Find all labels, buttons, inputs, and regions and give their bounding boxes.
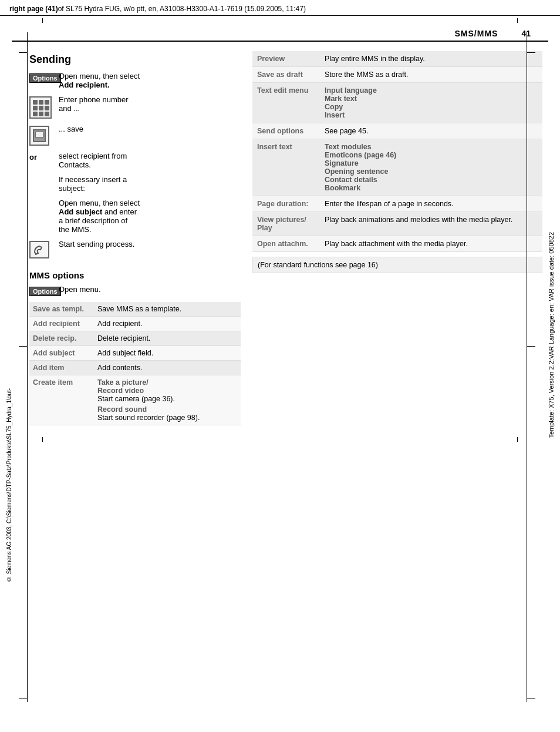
step5-row: If necessary insert asubject: (59, 175, 241, 193)
table-cell-label: Add recipient (29, 316, 94, 331)
table-cell-value: Save MMS as a template. (94, 302, 241, 317)
step1-row: Options Open menu, then select Add recip… (29, 72, 241, 89)
gc5 (39, 106, 43, 110)
main-content: Sending Options Open menu, then select A… (0, 42, 560, 435)
gc3 (45, 100, 49, 105)
dash-right-2: — (527, 341, 535, 350)
dash-left-3: — (19, 693, 27, 703)
gc6 (45, 106, 49, 110)
footer-note-text: (For standard functions see page 16) (258, 261, 378, 269)
top-mark-right (517, 18, 518, 23)
right-label: Send options (252, 123, 320, 139)
create-bold-1: Take a picture/Record video (97, 378, 149, 395)
table-row: View pictures/Play Play back animations … (252, 212, 542, 236)
copyright-text: © Siemens AG 2003, C:\Siemens\DTP-Satz\P… (6, 388, 12, 582)
mms-open-menu-text: Open menu. (59, 285, 241, 294)
text-edit-item-2: Mark text (325, 95, 538, 103)
create-bold-2: Record sound (97, 405, 147, 414)
step1-bold: Add recipient. (59, 80, 110, 89)
step3-icon (29, 125, 59, 146)
table-cell-label: Add item (29, 360, 94, 375)
left-column: Sending Options Open menu, then select A… (29, 51, 241, 425)
footer-note: (For standard functions see page 16) (252, 257, 542, 273)
mms-options-row: Options Open menu. (29, 285, 241, 296)
table-row: Page duration: Enter the lifespan of a p… (252, 196, 542, 212)
text-edit-item-3: Copy (325, 103, 538, 111)
right-table: Preview Play entire MMS in the display. … (252, 51, 542, 252)
step7-icon (29, 240, 59, 258)
step2-row: Enter phone numberand ... (29, 95, 241, 119)
dash-right-3: — (527, 693, 535, 703)
page-container: right page (41) of SL75 Hydra FUG, w/o p… (0, 0, 560, 732)
step4-desc: select recipient fromContacts. (59, 152, 127, 169)
step1-desc: Open menu, then select (59, 72, 140, 80)
right-value: Play back animations and melodies with t… (320, 212, 542, 236)
step2-icon (29, 95, 59, 119)
step7-row: Start sending process. (29, 240, 241, 258)
table-cell-value: Add recipient. (94, 316, 241, 331)
gc9 (45, 112, 49, 116)
right-value: Text modules Emoticons (page 46) Signatu… (320, 139, 542, 196)
right-value: Play back attachment with the media play… (320, 236, 542, 252)
gc7 (33, 112, 38, 116)
table-row: Delete recip. Delete recipient. (29, 331, 241, 345)
top-marks (0, 18, 560, 23)
dash-left-2: — (19, 341, 27, 350)
step4-row: or select recipient fromContacts. (29, 152, 241, 169)
step4-text: select recipient fromContacts. (59, 152, 241, 169)
mms-open-desc: Open menu. (59, 285, 101, 294)
top-mark-left (42, 18, 43, 23)
mms-options-icon: Options (29, 285, 59, 296)
right-value: Play entire MMS in the display. (320, 51, 542, 67)
create-desc-2: Start sound recorder (page 98). (97, 414, 200, 422)
right-value: See page 45. (320, 123, 542, 139)
table-row: Add subject Add subject field. (29, 345, 241, 360)
step7-desc: Start sending process. (59, 240, 134, 249)
header-rest: of SL75 Hydra FUG, w/o ptt, en, A31008-H… (58, 5, 306, 13)
step3-row: ... save (29, 125, 241, 146)
right-value: Input language Mark text Copy Insert (320, 83, 542, 123)
phone-receiver-icon (29, 241, 49, 258)
table-row: Add recipient Add recipient. (29, 316, 241, 331)
right-label: View pictures/Play (252, 212, 320, 236)
table-row: Insert text Text modules Emoticons (page… (252, 139, 542, 196)
page-title-bar: SMS/MMS 41 (12, 23, 548, 42)
table-row: Save as templ. Save MMS as a template. (29, 302, 241, 317)
table-cell-label: Add subject (29, 345, 94, 360)
table-row: Send options See page 45. (252, 123, 542, 139)
insert-item-3: Signature (325, 159, 538, 167)
right-label: Save as draft (252, 67, 320, 83)
insert-item-2: Emoticons (page 46) (325, 151, 538, 159)
step6-row: Open menu, then select Add subject and e… (59, 199, 241, 234)
options-badge-1: Options (29, 73, 61, 83)
table-cell-value: Delete recipient. (94, 331, 241, 345)
table-row: Text edit menu Input language Mark text … (252, 83, 542, 123)
bottom-marks (0, 437, 560, 442)
insert-item-4: Opening sentence (325, 167, 538, 176)
dash-left-1: — (19, 47, 27, 56)
bottom-mark-right (517, 437, 518, 442)
dash-right-1: — (527, 47, 535, 56)
right-label: Open attachm. (252, 236, 320, 252)
gc2 (39, 100, 43, 105)
step2-desc: Enter phone numberand ... (59, 95, 129, 113)
step1-icon: Options (29, 72, 59, 83)
mms-options-heading: MMS options (29, 270, 241, 280)
bottom-mark-left (42, 437, 43, 442)
insert-item-5: Contact details (325, 176, 538, 184)
create-desc-1: Start camera (page 36). (97, 395, 237, 403)
step5-text: If necessary insert asubject: (59, 175, 127, 193)
table-cell-label: Delete recip. (29, 331, 94, 345)
table-cell-label: Create item (29, 375, 94, 425)
insert-item-1: Text modules (325, 143, 538, 151)
table-cell-value: Add contents. (94, 360, 241, 375)
page-header: right page (41) of SL75 Hydra FUG, w/o p… (0, 0, 560, 16)
insert-item-6: Bookmark (325, 184, 538, 192)
options-badge-2: Options (29, 287, 61, 296)
text-edit-item-4: Insert (325, 111, 538, 119)
vert-bar-left (27, 32, 28, 702)
or-label: or (29, 152, 59, 162)
sending-heading: Sending (29, 53, 241, 66)
header-bold: right page (41) (9, 5, 58, 13)
right-label: Text edit menu (252, 83, 320, 123)
